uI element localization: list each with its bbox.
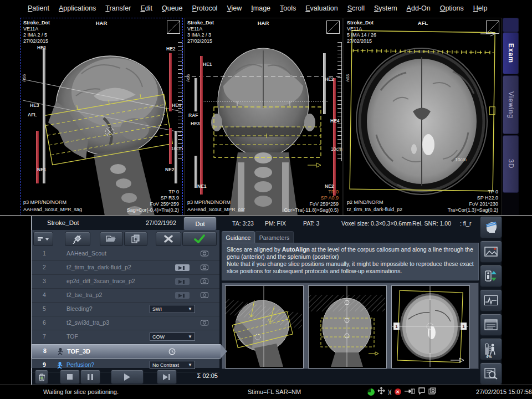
orientation-header: AFL xyxy=(344,20,502,26)
coil-coupling-icon[interactable]: )( xyxy=(388,389,392,395)
message-balloon-icon[interactable] xyxy=(418,387,426,397)
viewport-coronal[interactable]: Stroke_Dot VE11A 3 IMA 2 / 3 27/02/2015 … xyxy=(184,18,342,216)
menu-image[interactable]: Image xyxy=(251,4,270,12)
protocol-list: 1AAHead_Scout 2t2_tirm_tra_dark-fluid_p2… xyxy=(32,247,219,372)
coil-bar xyxy=(43,48,45,183)
menu-view[interactable]: View xyxy=(227,4,242,12)
thumbnail-sagittal[interactable] xyxy=(225,285,304,369)
inline-display-button[interactable] xyxy=(480,362,502,385)
menu-patient[interactable]: Patient xyxy=(28,4,49,12)
protocol-row[interactable]: 1AAHead_Scout xyxy=(32,247,219,261)
decision-dropdown[interactable]: COW▼ xyxy=(150,332,195,341)
menu-applications[interactable]: Applications xyxy=(59,4,96,12)
data-transfer-icon[interactable] xyxy=(404,387,415,397)
pause-continue-badge xyxy=(175,292,190,299)
scale-label: 10cm xyxy=(331,146,342,152)
camera-icon xyxy=(201,319,208,327)
status-icon-tray: )( ✕ xyxy=(367,387,436,397)
stimulation-status: Stimu=FL SAR=NM xyxy=(248,388,301,395)
viewport-corner-handle[interactable] xyxy=(486,21,499,34)
tab-guidance[interactable]: Guidance xyxy=(222,231,255,243)
protocol-row[interactable]: 2t2_tirm_tra_dark-fluid_p2 xyxy=(32,261,219,275)
coil-bar xyxy=(195,78,197,111)
physio-signal-button[interactable] xyxy=(480,289,502,311)
menu-evaluation[interactable]: Evaluation xyxy=(305,4,337,12)
decision-dropdown[interactable]: No Contrast▼ xyxy=(150,361,195,369)
tab-parameters[interactable]: Parameters xyxy=(255,231,294,243)
patient-birthdate: 27/02/1992 xyxy=(146,219,176,226)
skip-button[interactable] xyxy=(157,370,177,384)
axial-brain-image xyxy=(344,18,502,216)
dot-engine-button[interactable]: Dot xyxy=(183,217,217,231)
axis-label: Ass xyxy=(345,74,350,82)
viewport-corner-handle[interactable] xyxy=(167,21,180,34)
coil-bar xyxy=(36,131,39,183)
menu-queue[interactable]: Queue xyxy=(162,4,183,12)
protocol-row[interactable]: 6t2_swi3d_tra_p3 xyxy=(32,316,219,330)
snapshot-button[interactable] xyxy=(480,241,502,263)
menu-protocol[interactable]: Protocol xyxy=(192,4,218,12)
menu-options[interactable]: Options xyxy=(440,4,464,12)
error-indicator-icon[interactable]: ✕ xyxy=(395,388,401,395)
stop-button[interactable] xyxy=(60,370,80,384)
protocol-row[interactable]: 4t2_tse_tra_p2 xyxy=(32,289,219,303)
menu-addon[interactable]: Add-On xyxy=(407,4,431,12)
coronal-head-image xyxy=(185,18,342,216)
menu-tools[interactable]: Tools xyxy=(280,4,296,12)
pause-button[interactable] xyxy=(80,370,100,384)
menu-edit[interactable]: Edit xyxy=(140,4,152,12)
menu-help[interactable]: Help xyxy=(473,4,488,12)
running-person-icon xyxy=(56,362,63,370)
coil-bar xyxy=(200,56,203,195)
tab-3d[interactable]: 3D xyxy=(503,135,519,193)
protocol-row[interactable]: 5Bleeding? SWI▼ xyxy=(32,303,219,316)
autoalign-thumbnail-panel: 1 1 xyxy=(222,283,479,369)
patient-name: Stroke_Dot xyxy=(47,219,79,226)
menu-transfer[interactable]: Transfer xyxy=(105,4,131,12)
thumbnail-coronal[interactable] xyxy=(308,285,387,369)
viewport-corner-handle[interactable] xyxy=(326,21,340,34)
decision-dropdown[interactable]: SWI▼ xyxy=(150,305,195,313)
coil-label: HE1 xyxy=(203,62,212,67)
protocol-properties-button[interactable] xyxy=(480,314,502,336)
image-text-bottomright: TP 0 SP R3.9 FoV 259*259 Sag>Cor(-0.4)>T… xyxy=(127,189,179,213)
worklist-split-button[interactable] xyxy=(33,232,53,246)
scale-label: 10cm xyxy=(455,157,467,162)
contrast-syringe-button[interactable] xyxy=(65,232,90,246)
axis-label: Ass xyxy=(185,74,191,82)
open-protocol-button[interactable] xyxy=(100,232,123,246)
menu-scroll[interactable]: Scroll xyxy=(347,4,365,12)
scan-time: TA: 3:23 xyxy=(232,220,254,227)
sar-monitor-button[interactable]: 4% xyxy=(480,338,502,360)
tab-strip-stub xyxy=(503,18,519,32)
play-button[interactable] xyxy=(111,370,144,384)
table-position-button[interactable] xyxy=(480,265,502,287)
thumbnail-axial[interactable]: 1 1 xyxy=(391,285,470,369)
cancel-button[interactable] xyxy=(156,232,181,246)
coil-label: NE2 xyxy=(325,183,334,189)
status-bar: Waiting for slice positioning. Stimu=FL … xyxy=(0,385,532,399)
patient-registration-button[interactable] xyxy=(480,216,502,238)
tab-exam[interactable]: Exam xyxy=(503,32,519,74)
clock-datetime: 27/02/2015 15:07:56 xyxy=(476,388,532,395)
copy-reference-button[interactable] xyxy=(124,232,147,246)
apply-check-button[interactable] xyxy=(182,232,217,246)
film-task-icon[interactable] xyxy=(428,387,436,397)
camera-icon xyxy=(201,250,208,258)
viewport-axial[interactable]: Stroke_Dot VE11A 5 IMA 14 / 26 27/02/201… xyxy=(344,18,502,216)
image-text-bottomright: TP 0 SP H22.0 FoV 201*230 Tra>Cor(1.3)>S… xyxy=(448,189,498,213)
slice-handle-number: 1 xyxy=(395,324,398,329)
table-move-icon[interactable] xyxy=(377,387,385,397)
delete-trash-button[interactable] xyxy=(35,370,48,384)
coil-label: HE3 xyxy=(30,103,39,108)
menu-system[interactable]: System xyxy=(374,4,397,12)
protocol-row-selected[interactable]: 8 TOF_3D xyxy=(32,344,221,359)
disk-space-icon[interactable] xyxy=(367,388,375,396)
protocol-row[interactable]: 7TOF COW▼ xyxy=(32,330,219,344)
sequence-name: : fl_r xyxy=(460,220,471,227)
tab-viewing[interactable]: Viewing xyxy=(503,75,519,134)
coil-label: HE1 xyxy=(37,45,47,50)
pause-continue-badge xyxy=(175,264,190,271)
protocol-row[interactable]: 3ep2d_diff_3scan_trace_p2 xyxy=(32,275,219,289)
viewport-sagittal[interactable]: Stroke_Dot VE11A 2 IMA 2 / 5 27/02/2015 … xyxy=(20,18,183,216)
